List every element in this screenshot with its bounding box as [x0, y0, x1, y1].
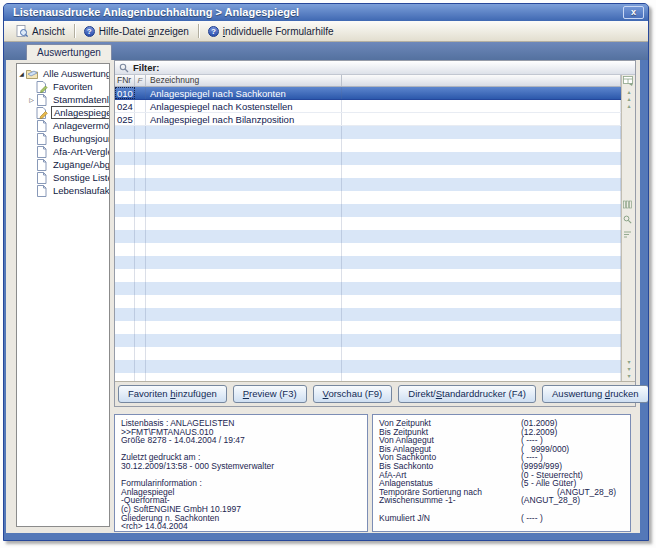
properties-grid-icon[interactable]	[623, 76, 635, 86]
content-area: ◢ Alle Auswertungen Favoriten ▷ Stammdat…	[4, 60, 648, 540]
preview-f3-button[interactable]: Preview (F3)	[233, 385, 307, 403]
empty-row	[115, 191, 621, 204]
empty-row	[115, 256, 621, 269]
scroll-down-icon[interactable]: ▾	[623, 359, 635, 365]
tree-item-label: Favoriten	[51, 81, 95, 92]
cell-flag	[135, 217, 146, 230]
help-icon: ?	[208, 26, 219, 37]
table-row[interactable]: 025 Anlagespiegel nach Bilanzposition	[115, 113, 621, 126]
search-list-icon[interactable]	[623, 215, 635, 224]
empty-row	[115, 308, 621, 321]
cell-flag	[135, 87, 146, 99]
empty-row	[115, 217, 621, 230]
cell-empty	[342, 321, 621, 334]
cell-flag	[135, 178, 146, 191]
cell-empty	[342, 334, 621, 347]
cell-empty	[342, 191, 621, 204]
cell-bezeichnung	[146, 139, 342, 152]
column-header-empty[interactable]	[342, 75, 621, 86]
table-header[interactable]: FNr F Bezeichnung	[115, 75, 621, 87]
cell-bezeichnung	[146, 126, 342, 139]
add-favorites-button[interactable]: Favoriten hinzufügen	[118, 385, 227, 403]
cell-bezeichnung	[146, 165, 342, 178]
window-title: Listenausdrucke Anlagenbuchhaltung > Anl…	[13, 6, 299, 18]
tree-item-afa-art-vergleich[interactable]: Afa-Art-Vergleich	[17, 145, 109, 158]
table-row[interactable]: 010 Anlagespiegel nach Sachkonten	[115, 87, 621, 100]
cell-fnr	[115, 191, 135, 204]
sort-icon[interactable]	[623, 230, 635, 239]
toolbar-ansicht-button[interactable]: Ansicht	[9, 24, 72, 38]
tree-item-sonstige-listen[interactable]: Sonstige Listen	[17, 171, 109, 184]
cell-flag	[135, 256, 146, 269]
document-icon	[36, 172, 48, 184]
scroll-up-page-icon[interactable]: ▴	[623, 103, 635, 109]
empty-row	[115, 347, 621, 360]
table-rows: 010 Anlagespiegel nach Sachkonten 024 An…	[115, 87, 621, 381]
list-info-panel: Listenbasis : ANLAGELISTEN>>FMT\FMTANAUS…	[114, 414, 368, 532]
tree-root-alle-auswertungen[interactable]: ◢ Alle Auswertungen	[17, 67, 109, 80]
table-row[interactable]: 024 Anlagespiegel nach Kostenstellen	[115, 100, 621, 113]
list-side-toolbar: ▴ ▴ ▴ ▾ ▾ ▾	[621, 75, 635, 381]
cell-flag	[135, 113, 146, 125]
print-evaluation-button[interactable]: Auswertung drucken	[542, 385, 649, 403]
tree-item-favoriten[interactable]: Favoriten	[17, 80, 109, 93]
cell-fnr	[115, 347, 135, 360]
cell-fnr	[115, 178, 135, 191]
scroll-up-icon[interactable]: ▴	[623, 96, 635, 102]
tree-item-stammdatenlisten[interactable]: ▷ Stammdatenlisten	[17, 93, 109, 106]
tab-auswertungen[interactable]: Auswertungen	[26, 44, 112, 60]
cell-flag	[135, 321, 146, 334]
column-header-fnr[interactable]: FNr	[115, 75, 135, 86]
scroll-top-icon[interactable]: ▴	[623, 89, 635, 95]
cell-empty	[342, 347, 621, 360]
scroll-bottom-icon[interactable]: ▾	[623, 373, 635, 379]
tree-item-label: Afa-Art-Vergleich	[51, 146, 110, 157]
cell-fnr: 024	[115, 100, 135, 112]
cell-fnr	[115, 360, 135, 373]
cell-bezeichnung	[146, 321, 342, 334]
cell-bezeichnung	[146, 204, 342, 217]
close-button[interactable]: x	[623, 6, 644, 19]
tree-item-lebenslaufakte[interactable]: Lebenslaufakte	[17, 184, 109, 197]
toolbar-label: Ansicht	[32, 26, 65, 37]
column-header-flag[interactable]: F	[135, 75, 146, 86]
tree-item-zug-nge-abg-nge[interactable]: Zugänge/Abgänge	[17, 158, 109, 171]
tree-item-anlagespiegel[interactable]: Anlagespiegel	[17, 106, 109, 119]
cell-empty	[342, 243, 621, 256]
tree-expanded-icon[interactable]: ◢	[17, 70, 26, 77]
cell-flag	[135, 347, 146, 360]
document-edit-icon	[36, 107, 48, 119]
vorschau-f9-button[interactable]: Vorschau (F9)	[313, 385, 393, 403]
filter-bar[interactable]: Filter:	[115, 61, 635, 75]
tab-strip: Auswertungen	[4, 42, 648, 60]
cell-empty	[342, 204, 621, 217]
cell-empty	[342, 308, 621, 321]
empty-row	[115, 295, 621, 308]
cell-bezeichnung	[146, 360, 342, 373]
column-header-bezeichnung[interactable]: Bezeichnung	[146, 75, 342, 86]
cell-flag	[135, 165, 146, 178]
cell-fnr	[115, 282, 135, 295]
document-icon	[36, 146, 48, 158]
direct-printer-f4-button[interactable]: Direkt/Standarddrucker (F4)	[398, 385, 536, 403]
cell-bezeichnung: Anlagespiegel nach Bilanzposition	[146, 113, 342, 125]
cell-empty	[342, 100, 621, 112]
cell-fnr	[115, 165, 135, 178]
cell-empty	[342, 282, 621, 295]
tree-expander-icon[interactable]: ▷	[27, 96, 36, 103]
tree-item-anlageverm-gen[interactable]: Anlagevermögen	[17, 119, 109, 132]
toolbar-form-help-button[interactable]: ? individuelle Formularhilfe	[201, 25, 341, 38]
document-icon	[36, 159, 48, 171]
list-groupbox: Filter: FNr F Bezeichnung 010 Anlagespie…	[114, 60, 636, 407]
cell-flag	[135, 308, 146, 321]
parameter-row: Kumuliert J/N( ---- )	[379, 514, 624, 523]
tree-item-buchungsjournal[interactable]: Buchungsjournal	[17, 132, 109, 145]
document-icon	[36, 94, 48, 106]
document-icon	[36, 133, 48, 145]
cell-bezeichnung	[146, 243, 342, 256]
scroll-down-page-icon[interactable]: ▾	[623, 366, 635, 372]
toolbar-help-file-button[interactable]: ? Hilfe-Datei anzeigen	[77, 25, 196, 38]
columns-icon[interactable]	[623, 200, 635, 209]
evaluations-table: FNr F Bezeichnung 010 Anlagespiegel nach…	[115, 75, 621, 381]
cell-bezeichnung	[146, 282, 342, 295]
